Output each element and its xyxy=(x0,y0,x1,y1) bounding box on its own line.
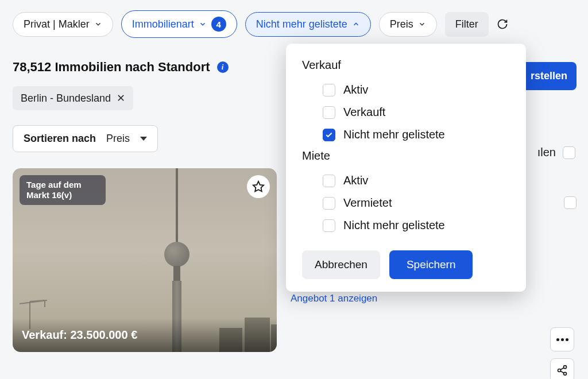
property-type-pill[interactable]: Immobilienart 4 xyxy=(121,10,237,38)
location-chip-label: Berlin - Bundesland xyxy=(21,92,111,105)
refresh-button[interactable] xyxy=(497,16,508,33)
option-sale-sold[interactable]: Verkauft xyxy=(302,101,510,123)
owner-type-pill[interactable]: Privat | Makler xyxy=(13,12,113,37)
share-button[interactable] xyxy=(550,358,574,379)
option-sale-active[interactable]: Aktiv xyxy=(302,79,510,101)
cancel-button[interactable]: Abbrechen xyxy=(302,250,380,279)
delisted-dropdown-panel: Verkauf Aktiv Verkauft Nicht mehr gelist… xyxy=(286,44,526,292)
checkbox-rent-rented[interactable] xyxy=(323,197,335,210)
create-button[interactable]: rstellen xyxy=(521,62,577,90)
days-on-market-badge: Tage auf dem Markt 16(v) xyxy=(20,175,106,205)
check-icon xyxy=(325,131,333,139)
location-chip: Berlin - Bundesland ✕ xyxy=(13,86,133,110)
svg-point-6 xyxy=(558,369,561,372)
price-label: Preis xyxy=(390,18,413,30)
sort-label: Sortieren nach xyxy=(24,133,96,145)
price-pill[interactable]: Preis xyxy=(379,12,437,37)
sort-dropdown[interactable]: Sortieren nach Preis xyxy=(13,125,158,152)
filter-button-label: Filter xyxy=(455,18,478,30)
refresh-icon xyxy=(497,17,508,31)
chevron-down-icon xyxy=(418,20,426,28)
chevron-up-icon xyxy=(352,20,360,28)
checkbox-sale-active[interactable] xyxy=(323,84,335,96)
option-label: Aktiv xyxy=(343,174,368,187)
heading-row: 78,512 Immobilien nach Standort i xyxy=(13,60,277,75)
count-label: ılen xyxy=(537,146,556,159)
select-all-checkbox[interactable] xyxy=(563,146,575,159)
favorite-button[interactable] xyxy=(247,175,270,198)
listing-card[interactable]: Tage auf dem Markt 16(v) Verkauf: 23.500… xyxy=(13,168,277,352)
svg-point-5 xyxy=(564,366,567,369)
side-listing-actions xyxy=(544,193,577,379)
property-type-label: Immobilienart xyxy=(132,18,194,30)
save-button-label: Speichern xyxy=(407,258,456,270)
listing-checkbox[interactable] xyxy=(564,196,577,209)
checkbox-rent-active[interactable] xyxy=(323,175,335,187)
delisted-label: Nicht mehr gelistete xyxy=(256,18,347,30)
create-button-label: rstellen xyxy=(531,70,567,82)
show-offer-link[interactable]: Angebot 1 anzeigen xyxy=(291,293,377,304)
option-label: Nicht mehr gelistete xyxy=(343,219,445,232)
owner-type-label: Privat | Makler xyxy=(24,18,90,30)
triangle-down-icon xyxy=(140,137,147,141)
checkbox-sale-delisted[interactable] xyxy=(323,129,335,141)
location-chip-close[interactable]: ✕ xyxy=(117,92,125,105)
save-button[interactable]: Speichern xyxy=(389,250,473,279)
option-label: Vermietet xyxy=(343,196,392,210)
filter-bar: Privat | Makler Immobilienart 4 Nicht me… xyxy=(0,0,588,48)
page-title: 78,512 Immobilien nach Standort xyxy=(13,60,210,75)
left-column: 78,512 Immobilien nach Standort i Berlin… xyxy=(13,60,277,352)
dropdown-actions: Abbrechen Speichern xyxy=(302,250,510,279)
chevron-down-icon xyxy=(94,20,102,28)
star-icon xyxy=(252,180,265,193)
count-row: ılen xyxy=(537,146,575,159)
info-icon[interactable]: i xyxy=(217,61,229,73)
dropdown-group-sale: Verkauf xyxy=(302,59,510,72)
option-sale-delisted[interactable]: Nicht mehr gelistete xyxy=(302,123,510,146)
delisted-pill[interactable]: Nicht mehr gelistete xyxy=(245,12,371,37)
dropdown-group-rent: Miete xyxy=(302,149,510,163)
option-rent-active[interactable]: Aktiv xyxy=(302,169,510,192)
option-label: Verkauft xyxy=(343,106,385,119)
checkbox-sale-sold[interactable] xyxy=(323,106,335,119)
chevron-down-icon xyxy=(199,20,207,28)
option-label: Nicht mehr gelistete xyxy=(343,128,445,141)
cancel-button-label: Abbrechen xyxy=(315,258,368,270)
svg-point-7 xyxy=(564,372,567,375)
listing-price: Verkauf: 23.500.000 € xyxy=(13,318,277,352)
svg-line-8 xyxy=(560,368,564,369)
option-label: Aktiv xyxy=(343,83,368,96)
filter-button[interactable]: Filter xyxy=(445,12,489,37)
property-type-count-badge: 4 xyxy=(211,17,226,32)
dots-icon xyxy=(556,338,568,341)
share-icon xyxy=(556,365,568,376)
option-rent-delisted[interactable]: Nicht mehr gelistete xyxy=(302,214,510,237)
checkbox-rent-delisted[interactable] xyxy=(323,219,335,232)
sort-value: Preis xyxy=(106,133,130,145)
more-actions-button[interactable] xyxy=(550,327,574,351)
svg-marker-4 xyxy=(253,181,264,191)
svg-line-9 xyxy=(560,371,564,373)
option-rent-rented[interactable]: Vermietet xyxy=(302,192,510,214)
